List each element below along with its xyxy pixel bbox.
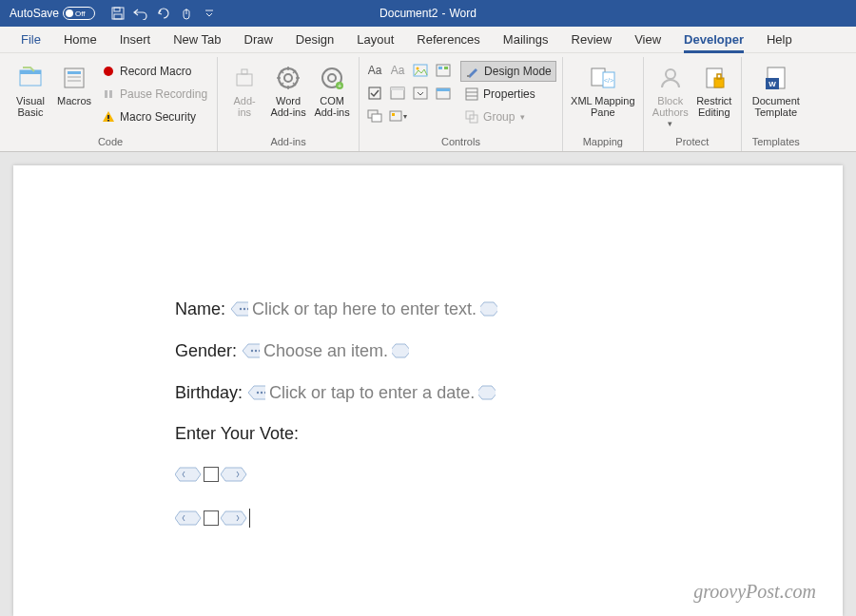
svg-rect-8 (68, 76, 81, 78)
page[interactable]: Name: Click or tap here to enter text. G… (13, 165, 843, 616)
tab-developer[interactable]: Developer (672, 29, 755, 50)
tab-layout[interactable]: Layout (345, 29, 405, 50)
checkbox-control-2[interactable] (175, 509, 843, 528)
building-block-control-icon[interactable] (434, 61, 453, 80)
svg-point-61 (261, 392, 263, 394)
toggle-switch[interactable]: Off (63, 7, 95, 20)
svg-point-60 (257, 392, 259, 394)
com-addins-button[interactable]: + COM Add-ins (311, 59, 353, 122)
document-template-button[interactable]: W Document Template (748, 59, 805, 122)
visual-basic-button[interactable]: Visual Basic (10, 59, 51, 122)
tab-insert[interactable]: Insert (108, 29, 163, 50)
group-protect-label: Protect (650, 134, 735, 151)
date-picker-control-icon[interactable] (434, 84, 453, 103)
gender-dropdown-control[interactable]: Choose an item. (243, 340, 409, 361)
group-addins-label: Add-ins (224, 134, 353, 151)
tab-design[interactable]: Design (284, 29, 345, 50)
svg-rect-30 (391, 87, 404, 90)
svg-point-47 (666, 69, 675, 79)
titlebar: AutoSave Off Document2 - Word (0, 0, 856, 27)
watermark: groovyPost.com (693, 581, 816, 603)
xml-mapping-icon: </> (588, 63, 618, 93)
text-cursor (249, 509, 250, 528)
svg-rect-14 (107, 120, 109, 122)
checkbox-control-icon[interactable] (365, 84, 384, 103)
name-label: Name: (175, 299, 225, 319)
tab-help[interactable]: Help (755, 29, 804, 50)
tab-newtab[interactable]: New Tab (162, 29, 232, 50)
svg-rect-2 (114, 14, 122, 19)
pause-recording-button: Pause Recording (97, 84, 211, 105)
rich-text-control-icon[interactable]: Aa (365, 61, 384, 80)
svg-rect-9 (68, 80, 81, 82)
name-text-control[interactable]: Click or tap here to enter text. (231, 298, 497, 319)
svg-rect-16 (242, 69, 247, 74)
control-tag-right-icon (392, 340, 409, 361)
checkbox-box[interactable] (204, 510, 219, 526)
svg-rect-1 (114, 8, 120, 11)
macros-button[interactable]: Macros (53, 59, 95, 110)
birthday-date-control[interactable]: Click or tap to enter a date. (248, 382, 496, 403)
svg-rect-5 (20, 70, 41, 74)
name-placeholder: Click or tap here to enter text. (248, 299, 480, 319)
tab-references[interactable]: References (405, 29, 491, 50)
qat-more-icon[interactable] (202, 6, 217, 21)
legacy-tools-icon[interactable]: ▾ (388, 106, 407, 125)
combo-box-control-icon[interactable] (388, 84, 407, 103)
group-code: Visual Basic Macros Record Macro Pause R… (4, 57, 218, 151)
touch-mode-icon[interactable] (179, 6, 194, 21)
control-tag-left-icon (231, 298, 248, 319)
svg-rect-25 (437, 65, 450, 76)
svg-point-54 (240, 308, 242, 310)
ribbon: Visual Basic Macros Record Macro Pause R… (0, 53, 856, 152)
undo-icon[interactable] (133, 6, 148, 21)
group-icon (464, 109, 479, 125)
control-tag-right-icon (221, 509, 247, 528)
restrict-editing-button[interactable]: Restrict Editing (693, 59, 735, 122)
pause-icon (101, 87, 116, 102)
record-icon (101, 64, 116, 79)
checkbox-box[interactable] (204, 467, 219, 482)
control-tag-right-icon (480, 298, 497, 319)
tab-draw[interactable]: Draw (233, 29, 284, 50)
redo-icon[interactable] (156, 6, 171, 21)
word-addins-button[interactable]: Word Add-ins (267, 59, 309, 122)
addins-icon (229, 63, 260, 93)
record-macro-button[interactable]: Record Macro (97, 61, 211, 82)
autosave-toggle[interactable]: AutoSave Off (10, 7, 95, 20)
group-templates-label: Templates (748, 134, 805, 151)
warning-icon (101, 109, 116, 125)
block-authors-icon (655, 63, 686, 93)
xml-mapping-button[interactable]: </> XML Mapping Pane (569, 59, 637, 122)
picture-control-icon[interactable] (411, 61, 430, 80)
group-protect: Block Authors▾ Restrict Editing Protect (644, 57, 742, 151)
svg-text:+: + (338, 83, 341, 89)
plain-text-control-icon[interactable]: Aa (388, 61, 407, 80)
properties-button[interactable]: Properties (460, 84, 556, 105)
control-tag-left-icon (175, 509, 202, 528)
tab-home[interactable]: Home (52, 29, 108, 50)
group-mapping: </> XML Mapping Pane Mapping (563, 57, 644, 151)
visual-basic-icon (15, 63, 46, 93)
document-canvas: Name: Click or tap here to enter text. G… (0, 152, 856, 616)
macro-security-button[interactable]: Macro Security (97, 106, 211, 127)
control-tag-left-icon (243, 340, 260, 361)
tab-view[interactable]: View (623, 29, 672, 50)
svg-rect-26 (438, 67, 442, 69)
tab-mailings[interactable]: Mailings (492, 29, 560, 50)
tab-file[interactable]: File (10, 29, 52, 50)
save-icon[interactable] (110, 6, 126, 21)
checkbox-control-1[interactable] (175, 465, 843, 484)
tab-review[interactable]: Review (560, 29, 624, 50)
dropdown-control-icon[interactable] (411, 84, 430, 103)
svg-rect-39 (466, 88, 477, 100)
addins-button: Add- ins (224, 59, 265, 122)
control-tag-right-icon (221, 465, 247, 484)
svg-point-57 (251, 350, 253, 352)
ribbon-tabs: File Home Insert New Tab Draw Design Lay… (0, 27, 856, 53)
svg-rect-38 (467, 75, 470, 77)
repeating-section-control-icon[interactable] (365, 106, 384, 125)
design-mode-button[interactable]: Design Mode (460, 61, 556, 82)
svg-rect-13 (107, 115, 109, 119)
com-addins-icon: + (317, 63, 347, 93)
